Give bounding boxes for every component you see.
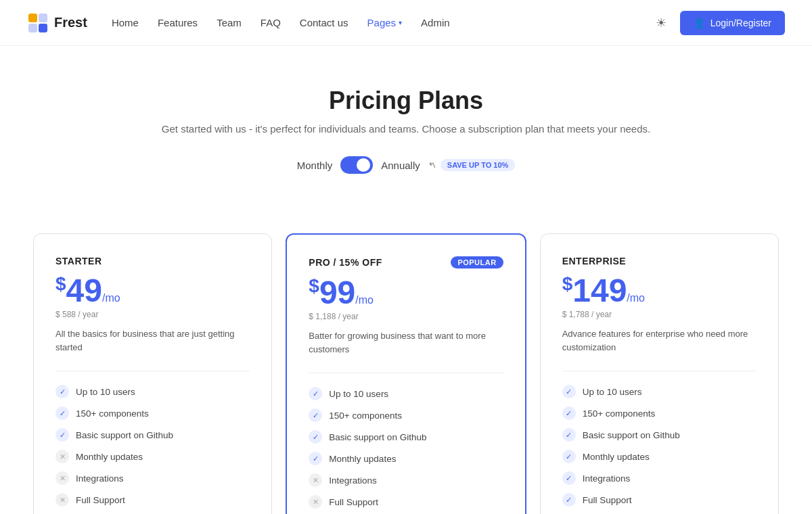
cross-icon: ✕ [55, 493, 69, 507]
feature-list: ✓ Up to 10 users ✓ 150+ components ✓ Bas… [309, 387, 503, 509]
card-enterprise: ENTERPRISE $149/mo $ 1,788 / year Advanc… [540, 233, 779, 514]
feature-item: ✓ Basic support on Github [309, 430, 503, 444]
feature-item: ✓ Up to 10 users [309, 387, 503, 400]
feature-label: Up to 10 users [76, 387, 135, 397]
nav-right: ☀ 👤 Login/Register [653, 11, 785, 35]
check-icon: ✓ [55, 385, 69, 398]
nav-team[interactable]: Team [217, 17, 242, 28]
feature-item: ✕ Integrations [55, 471, 250, 485]
svg-rect-0 [28, 14, 37, 22]
feature-label: Monthly updates [329, 454, 396, 464]
cross-icon: ✕ [309, 473, 322, 487]
card-divider [309, 373, 503, 373]
feature-label: 150+ components [583, 408, 656, 419]
check-icon: ✓ [309, 430, 322, 444]
annually-label: Annually [381, 160, 420, 171]
feature-item: ✕ Full Support [309, 495, 503, 509]
feature-label: 150+ components [329, 411, 402, 421]
feature-item: ✓ Monthly updates [309, 452, 503, 465]
check-icon: ✓ [562, 450, 576, 463]
login-register-button[interactable]: 👤 Login/Register [680, 11, 785, 35]
feature-item: ✓ 150+ components [309, 408, 503, 422]
plan-price: $149/mo [562, 275, 757, 307]
svg-rect-2 [28, 24, 37, 32]
feature-label: Integrations [583, 473, 631, 484]
plan-description: All the basics for business that are jus… [55, 327, 250, 354]
card-divider [562, 371, 757, 371]
feature-item: ✓ Full Support [562, 493, 757, 507]
nav-contact[interactable]: Contact us [300, 17, 348, 28]
feature-label: Basic support on Github [76, 430, 173, 440]
plan-name: PRO / 15% OFF POPULAR [309, 256, 503, 268]
svg-rect-1 [39, 14, 47, 22]
monthly-label: Monthly [297, 160, 333, 171]
feature-label: Full Support [329, 497, 378, 507]
feature-item: ✓ Up to 10 users [562, 385, 757, 398]
logo-text: Frest [54, 15, 87, 30]
plan-description: Batter for growing business that want to… [309, 329, 503, 356]
logo[interactable]: Frest [27, 12, 87, 34]
check-icon: ✓ [309, 387, 322, 400]
save-badge: SAVE UP TO 10% [441, 159, 515, 171]
feature-label: Monthly updates [76, 452, 143, 462]
price-year: $ 588 / year [55, 310, 250, 319]
billing-toggle[interactable] [340, 156, 373, 174]
feature-label: Full Support [583, 495, 632, 505]
plan-name: STARTER [55, 256, 250, 266]
cross-icon: ✕ [309, 495, 322, 509]
check-icon: ✓ [562, 493, 576, 507]
check-icon: ✓ [55, 406, 69, 420]
nav-faq[interactable]: FAQ [261, 17, 281, 28]
page-title: Pricing Plans [14, 87, 798, 115]
feature-item: ✓ 150+ components [55, 406, 250, 420]
nav-links: Home Features Team FAQ Contact us Pages … [112, 17, 653, 28]
feature-item: ✓ Monthly updates [562, 450, 757, 463]
feature-label: Monthly updates [583, 452, 650, 462]
nav-home[interactable]: Home [112, 17, 139, 28]
plan-price: $99/mo [309, 277, 503, 309]
check-icon: ✓ [309, 452, 322, 465]
check-icon: ✓ [55, 428, 69, 442]
feature-item: ✓ 150+ components [562, 406, 757, 420]
toggle-knob [357, 158, 370, 172]
user-icon: 👤 [694, 18, 705, 28]
billing-toggle-area: Monthly Annually ↰ SAVE UP TO 10% [14, 156, 798, 174]
price-unit: /mo [102, 292, 120, 304]
plan-description: Advance features for enterprise who need… [562, 327, 757, 354]
card-divider [55, 371, 250, 371]
cross-icon: ✕ [55, 450, 69, 463]
feature-item: ✓ Integrations [562, 471, 757, 485]
feature-label: Integrations [76, 473, 124, 484]
pricing-cards: STARTER $49/mo $ 588 / year All the basi… [17, 233, 795, 514]
feature-item: ✕ Monthly updates [55, 450, 250, 463]
card-starter: STARTER $49/mo $ 588 / year All the basi… [33, 233, 272, 514]
hero-subtitle: Get started with us - it's perfect for i… [14, 123, 798, 135]
check-icon: ✓ [562, 406, 576, 420]
price-unit: /mo [355, 294, 374, 306]
feature-item: ✓ Up to 10 users [55, 385, 250, 398]
check-icon: ✓ [562, 471, 576, 485]
price-unit: /mo [627, 292, 645, 304]
nav-pages[interactable]: Pages ▾ [367, 17, 403, 28]
check-icon: ✓ [562, 428, 576, 442]
feature-label: Integrations [329, 475, 377, 486]
svg-rect-3 [39, 24, 47, 32]
theme-toggle-button[interactable]: ☀ [653, 13, 669, 33]
price-year: $ 1,188 / year [309, 312, 503, 321]
check-icon: ✓ [562, 385, 576, 398]
feature-label: 150+ components [76, 408, 149, 419]
feature-list: ✓ Up to 10 users ✓ 150+ components ✓ Bas… [562, 385, 757, 507]
logo-icon [27, 12, 49, 34]
plan-name: ENTERPRISE [562, 256, 757, 266]
feature-label: Up to 10 users [583, 387, 642, 397]
nav-features[interactable]: Features [158, 17, 198, 28]
cross-icon: ✕ [55, 471, 69, 485]
price-year: $ 1,788 / year [562, 310, 757, 319]
feature-list: ✓ Up to 10 users ✓ 150+ components ✓ Bas… [55, 385, 250, 507]
arrow-icon: ↰ [426, 158, 438, 171]
nav-admin[interactable]: Admin [421, 17, 450, 28]
popular-badge: POPULAR [451, 256, 503, 268]
feature-item: ✓ Basic support on Github [562, 428, 757, 442]
navbar: Frest Home Features Team FAQ Contact us … [0, 0, 812, 46]
chevron-down-icon: ▾ [399, 19, 402, 26]
